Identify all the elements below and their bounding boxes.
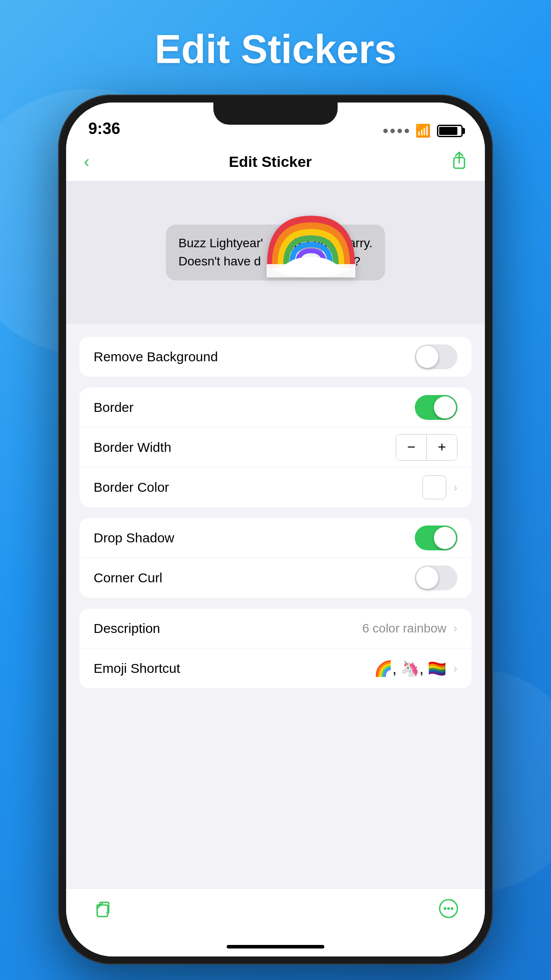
description-label: Description — [94, 621, 160, 636]
border-color-swatch[interactable] — [422, 475, 446, 499]
svg-point-5 — [313, 261, 338, 275]
drop-shadow-toggle[interactable] — [415, 526, 457, 550]
remove-background-label: Remove Background — [94, 349, 218, 364]
corner-curl-label: Corner Curl — [94, 570, 162, 585]
back-button[interactable]: ‹ — [84, 152, 90, 171]
emoji-shortcut-value: 🌈, 🦄, 🏳️‍🌈 — [374, 660, 447, 677]
border-color-row[interactable]: Border Color › — [79, 467, 472, 507]
svg-point-8 — [444, 907, 446, 910]
bottom-toolbar — [66, 888, 485, 937]
signal-icon — [383, 129, 409, 133]
more-button[interactable] — [439, 899, 458, 918]
emoji-shortcut-chevron: › — [453, 662, 457, 676]
border-width-minus[interactable]: − — [396, 435, 426, 460]
border-color-label: Border Color — [94, 480, 169, 495]
corner-curl-toggle[interactable] — [415, 565, 457, 590]
notch — [213, 103, 338, 125]
preview-area: Buzz Lightyear'xxxxxis Lunar Larry. Does… — [66, 182, 485, 324]
phone-screen: 9:36 📶 ‹ Edit Sticker — [66, 103, 485, 956]
description-row[interactable]: Description 6 color rainbow › — [79, 609, 472, 648]
drop-shadow-label: Drop Shadow — [94, 530, 174, 545]
corner-curl-row: Corner Curl — [79, 558, 472, 598]
home-bar — [227, 945, 324, 948]
remove-background-card: Remove Background — [79, 337, 472, 377]
svg-point-10 — [451, 907, 453, 910]
status-time: 9:36 — [88, 119, 120, 138]
svg-point-9 — [447, 907, 450, 910]
border-label: Border — [94, 400, 134, 415]
drop-shadow-row: Drop Shadow — [79, 518, 472, 558]
svg-point-4 — [284, 261, 309, 275]
battery-icon — [437, 125, 463, 137]
remove-background-toggle[interactable] — [415, 344, 457, 369]
scroll-content[interactable]: Remove Background Border Border Width — [66, 324, 485, 888]
nav-bar: ‹ Edit Sticker — [66, 142, 485, 182]
copy-button[interactable] — [93, 899, 112, 918]
emoji-shortcut-right: 🌈, 🦄, 🏳️‍🌈 › — [374, 660, 457, 677]
wifi-icon: 📶 — [415, 123, 431, 138]
description-value: 6 color rainbow — [362, 621, 446, 636]
emoji-shortcut-row[interactable]: Emoji Shortcut 🌈, 🦄, 🏳️‍🌈 › — [79, 648, 472, 688]
border-color-right: › — [422, 475, 457, 499]
page-title: Edit Stickers — [154, 27, 396, 72]
share-button[interactable] — [451, 151, 467, 173]
border-card: Border Border Width − + Border Color — [79, 387, 472, 507]
remove-background-row: Remove Background — [79, 337, 472, 377]
border-width-label: Border Width — [94, 440, 171, 455]
shadow-card: Drop Shadow Corner Curl — [79, 518, 472, 598]
description-card: Description 6 color rainbow › Emoji Shor… — [79, 609, 472, 688]
border-row: Border — [79, 387, 472, 427]
emoji-shortcut-label: Emoji Shortcut — [94, 661, 180, 676]
border-color-chevron: › — [453, 481, 457, 494]
status-icons: 📶 — [383, 123, 463, 138]
description-right: 6 color rainbow › — [362, 621, 457, 636]
sticker-overlay — [267, 215, 355, 277]
phone-frame: 9:36 📶 ‹ Edit Sticker — [58, 95, 493, 964]
border-toggle[interactable] — [415, 395, 457, 420]
border-width-stepper[interactable]: − + — [396, 434, 457, 461]
home-indicator — [66, 937, 485, 956]
border-width-row: Border Width − + — [79, 427, 472, 467]
nav-title: Edit Sticker — [229, 153, 312, 170]
description-chevron: › — [453, 621, 457, 635]
border-width-plus[interactable]: + — [427, 435, 457, 460]
